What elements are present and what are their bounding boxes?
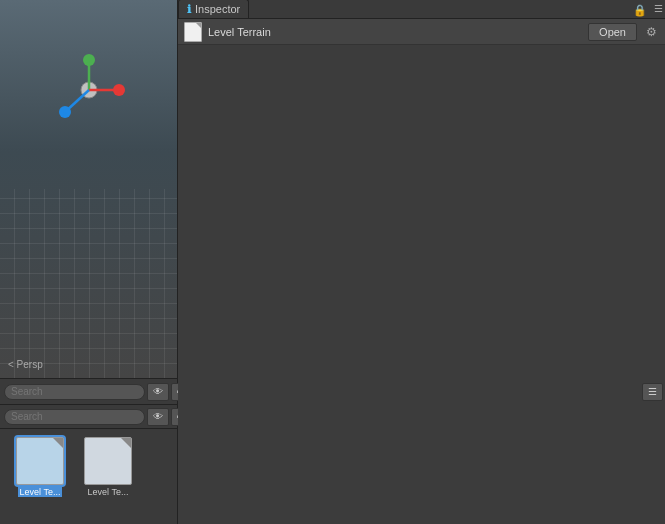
scene-search-input[interactable] bbox=[4, 384, 145, 400]
scene-view: y x z < Persp bbox=[0, 0, 177, 378]
svg-text:y: y bbox=[86, 57, 91, 66]
scene-toolbar: 👁 🏷 ★ ☰ bbox=[0, 378, 177, 404]
inspector-title: Level Terrain bbox=[208, 26, 582, 38]
asset-toolbar: 👁 🏷 ★ bbox=[0, 405, 177, 429]
bottom-area: 👁 🏷 ★ Level Te... Level Te... bbox=[0, 404, 177, 524]
inspector-body bbox=[178, 45, 665, 524]
settings-icon[interactable]: ⚙ bbox=[643, 24, 659, 40]
menu-icon[interactable]: ☰ bbox=[654, 3, 663, 14]
lock-icon[interactable]: 🔒 bbox=[633, 3, 647, 17]
open-button[interactable]: Open bbox=[588, 23, 637, 41]
asset-search-input[interactable] bbox=[4, 409, 145, 425]
svg-text:z: z bbox=[63, 109, 67, 118]
asset-item-1[interactable]: Level Te... bbox=[78, 437, 138, 497]
asset-grid: Level Te... Level Te... bbox=[0, 429, 177, 524]
inspector-tab-label: Inspector bbox=[195, 3, 240, 15]
inspector-tab-bar: ℹ Inspector 🔒 ☰ bbox=[178, 0, 665, 19]
file-icon bbox=[184, 22, 202, 42]
persp-label: < Persp bbox=[8, 359, 43, 370]
inspector-header: Level Terrain Open ⚙ bbox=[178, 19, 665, 45]
left-panel: y x z < Persp 👁 🏷 ★ ☰ bbox=[0, 0, 178, 524]
right-panel: ℹ Inspector 🔒 ☰ Level Terrain Open ⚙ bbox=[178, 0, 665, 524]
svg-text:x: x bbox=[116, 87, 121, 96]
asset-thumbnail-0 bbox=[16, 437, 64, 485]
asset-label-0: Level Te... bbox=[18, 487, 63, 497]
asset-label-1: Level Te... bbox=[88, 487, 129, 497]
scene-toolbar-lock-button[interactable]: ☰ bbox=[642, 383, 663, 401]
asset-item-0[interactable]: Level Te... bbox=[10, 437, 70, 497]
scene-background: y x z < Persp bbox=[0, 0, 177, 378]
inspector-tab-icon: ℹ bbox=[187, 3, 191, 16]
scene-toolbar-eye-button[interactable]: 👁 bbox=[147, 383, 169, 401]
inspector-tab[interactable]: ℹ Inspector bbox=[178, 0, 249, 18]
asset-toolbar-eye-button[interactable]: 👁 bbox=[147, 408, 169, 426]
gizmo: y x z bbox=[49, 50, 129, 130]
main-area: y x z < Persp 👁 🏷 ★ ☰ bbox=[0, 0, 665, 524]
asset-thumbnail-1 bbox=[84, 437, 132, 485]
